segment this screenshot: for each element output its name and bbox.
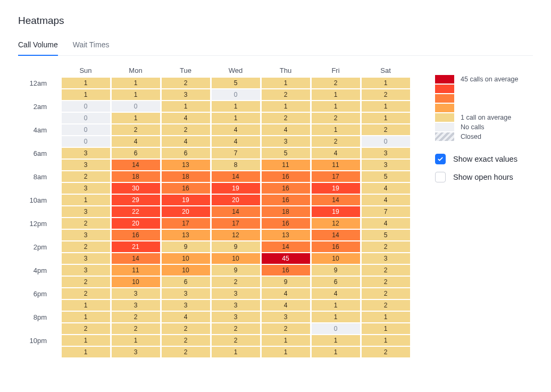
heatmap-cell: 16 bbox=[262, 183, 310, 194]
heatmap-cell: 4 bbox=[112, 136, 160, 147]
row-label: 8am bbox=[18, 173, 61, 181]
heatmap-cell: 2 bbox=[112, 124, 160, 135]
heatmap-cell: 2 bbox=[262, 89, 310, 100]
heatmap-cell: 1 bbox=[262, 335, 310, 346]
heatmap-cell: 4 bbox=[312, 288, 360, 299]
heatmap-cell: 16 bbox=[112, 230, 160, 240]
heatmap-cell: 3 bbox=[212, 312, 260, 322]
heatmap-cell: 4 bbox=[212, 124, 260, 135]
heatmap-row: 1333412 bbox=[18, 300, 411, 311]
legend-one-label: 1 call on average bbox=[461, 114, 511, 121]
heatmap-cell: 2 bbox=[162, 124, 210, 135]
heatmap-cell: 4 bbox=[162, 113, 210, 123]
swatch-one bbox=[435, 113, 454, 122]
heatmap-cell: 2 bbox=[162, 78, 210, 88]
heatmap-cell: 1 bbox=[62, 347, 110, 357]
heatmap-cell: 3 bbox=[262, 312, 310, 322]
checkbox-hours-box bbox=[435, 172, 446, 182]
heatmap-cell: 10 bbox=[212, 253, 260, 264]
heatmap-row: 10pm1122111 bbox=[18, 335, 411, 346]
heatmap-cell: 4 bbox=[312, 148, 360, 159]
heatmap-cell: 1 bbox=[262, 347, 310, 357]
heatmap-cell: 3 bbox=[362, 160, 410, 170]
heatmap-cell: 1 bbox=[62, 312, 110, 322]
heatmap-cell: 2 bbox=[162, 323, 210, 334]
heatmap-cell: 3 bbox=[212, 288, 260, 299]
heatmap-cell: 6 bbox=[312, 277, 360, 287]
heatmap-row: 12am1125121 bbox=[18, 78, 411, 88]
column-header: Wed bbox=[211, 66, 261, 74]
heatmap-row: 1130212 bbox=[18, 89, 411, 100]
heatmap-cell: 19 bbox=[312, 206, 360, 217]
heatmap-cell: 4 bbox=[162, 312, 210, 322]
heatmap-row: 4pm3111091692 bbox=[18, 265, 411, 276]
heatmap-cell: 2 bbox=[62, 218, 110, 229]
heatmap-cell: 2 bbox=[162, 335, 210, 346]
swatch-max bbox=[435, 75, 454, 84]
heatmap-cell: 0 bbox=[62, 101, 110, 112]
tab-call-volume[interactable]: Call Volume bbox=[18, 36, 58, 55]
legend-max: 45 calls on average bbox=[435, 75, 518, 84]
heatmap-cell: 13 bbox=[162, 230, 210, 240]
heatmap-cell: 9 bbox=[212, 241, 260, 252]
heatmap-cell: 14 bbox=[262, 241, 310, 252]
heatmap-cell: 1 bbox=[162, 101, 210, 112]
checkbox-exact-box bbox=[435, 154, 446, 164]
heatmap-cell: 1 bbox=[212, 113, 260, 123]
row-label: 2am bbox=[18, 103, 61, 111]
heatmap-row: 316131213145 bbox=[18, 230, 411, 240]
row-label: 4pm bbox=[18, 266, 61, 274]
heatmap-cell: 3 bbox=[62, 160, 110, 170]
heatmap-cell: 2 bbox=[62, 171, 110, 182]
heatmap-cell: 1 bbox=[62, 89, 110, 100]
heatmap-cell: 0 bbox=[212, 89, 260, 100]
heatmap-cell: 1 bbox=[312, 300, 360, 311]
heatmap-cell: 3 bbox=[162, 300, 210, 311]
heatmap-cell: 3 bbox=[62, 183, 110, 194]
heatmap-cell: 10 bbox=[162, 265, 210, 276]
heatmap-cell: 1 bbox=[112, 78, 160, 88]
heatmap-cell: 29 bbox=[112, 195, 160, 205]
heatmap-cell: 16 bbox=[262, 171, 310, 182]
row-label: 10am bbox=[18, 196, 61, 204]
checkbox-open-hours[interactable]: Show open hours bbox=[435, 172, 518, 182]
heatmap-row: 2222201 bbox=[18, 323, 411, 334]
heatmap-cell: 2 bbox=[162, 347, 210, 357]
heatmap-cell: 1 bbox=[262, 101, 310, 112]
heatmap-cell: 1 bbox=[362, 335, 410, 346]
heatmap-cell: 1 bbox=[112, 89, 160, 100]
heatmap-cell: 1 bbox=[212, 101, 260, 112]
heatmap-cell: 2 bbox=[62, 277, 110, 287]
heatmap-cell: 2 bbox=[62, 241, 110, 252]
heatmap-cell: 2 bbox=[362, 124, 410, 135]
side-panel: 45 calls on average 1 call on average No… bbox=[435, 66, 518, 190]
heatmap-cell: 1 bbox=[312, 101, 360, 112]
heatmap-row: 4am0224412 bbox=[18, 124, 411, 135]
row-label: 6pm bbox=[18, 290, 61, 298]
tab-wait-times[interactable]: Wait Times bbox=[73, 36, 110, 55]
column-header: Sun bbox=[61, 66, 111, 74]
heatmap-cell: 5 bbox=[212, 78, 260, 88]
legend-high bbox=[435, 85, 518, 93]
heatmap-cell: 2 bbox=[62, 323, 110, 334]
heatmap-cell: 17 bbox=[212, 218, 260, 229]
legend-one: 1 call on average bbox=[435, 113, 518, 122]
checkbox-exact-values[interactable]: Show exact values bbox=[435, 154, 518, 164]
heatmap-cell: 16 bbox=[312, 241, 360, 252]
heatmap-cell: 0 bbox=[62, 136, 110, 147]
heatmap-cell: 20 bbox=[112, 218, 160, 229]
heatmap-cell: 3 bbox=[62, 148, 110, 159]
heatmap-cell: 5 bbox=[362, 230, 410, 240]
swatch-high bbox=[435, 85, 454, 93]
heatmap-cell: 4 bbox=[362, 218, 410, 229]
heatmap-cell: 4 bbox=[212, 136, 260, 147]
heatmap-cell: 0 bbox=[362, 136, 410, 147]
heatmap-cell: 19 bbox=[212, 183, 260, 194]
heatmap-row: 6am3667543 bbox=[18, 148, 411, 159]
row-label: 10pm bbox=[18, 337, 61, 345]
heatmap-cell: 1 bbox=[112, 113, 160, 123]
heatmap-cell: 2 bbox=[312, 136, 360, 147]
heatmap-cell: 1 bbox=[62, 335, 110, 346]
heatmap-cell: 1 bbox=[362, 312, 410, 322]
heatmap-cell: 16 bbox=[262, 265, 310, 276]
